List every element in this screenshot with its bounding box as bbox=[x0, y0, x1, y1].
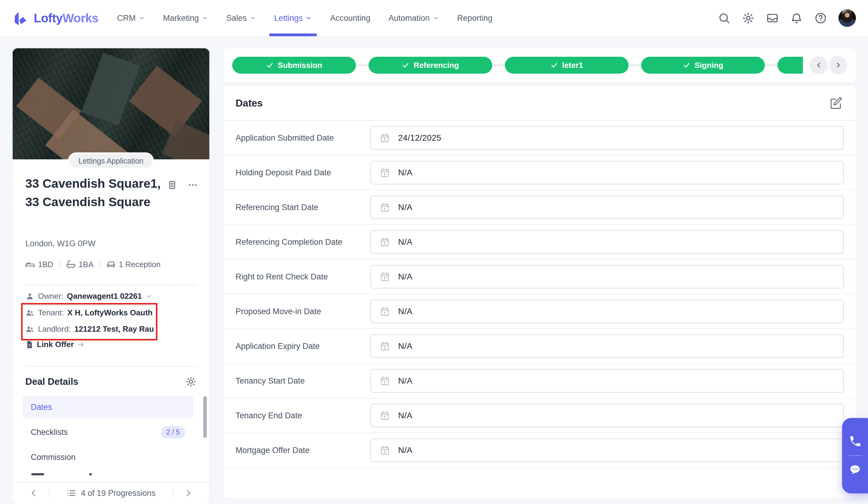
settings-gear-icon[interactable] bbox=[742, 12, 755, 24]
check-icon bbox=[402, 61, 410, 69]
date-row: Referencing Completion Date N/A bbox=[224, 225, 856, 260]
mortgage-offer-date-input[interactable]: N/A bbox=[370, 439, 844, 462]
progression-steps-card: Submission Referencing leter1 Signing bbox=[224, 48, 856, 82]
nav-item-automation[interactable]: Automation bbox=[389, 0, 439, 36]
property-address: London, W1G 0PW bbox=[25, 239, 96, 248]
step-referencing[interactable]: Referencing bbox=[369, 57, 492, 74]
deal-details-title: Deal Details bbox=[25, 376, 79, 387]
brand-name: LoftyWorks bbox=[34, 11, 98, 25]
date-row: Tenancy Start Date N/A bbox=[224, 364, 856, 399]
sidebar-item-commission[interactable]: Commission bbox=[22, 446, 194, 468]
chevron-down-icon bbox=[433, 15, 439, 21]
list-icon bbox=[66, 488, 76, 498]
link-offer-button[interactable]: Link Offer bbox=[25, 340, 85, 349]
search-icon[interactable] bbox=[718, 12, 731, 24]
dates-panel-header: Dates bbox=[224, 86, 856, 121]
chevron-down-icon[interactable] bbox=[145, 293, 153, 300]
sidebar-scrollbar[interactable] bbox=[203, 396, 207, 438]
contact-floating-widget bbox=[842, 418, 868, 493]
nav-item-crm[interactable]: CRM bbox=[117, 0, 145, 36]
calendar-icon bbox=[380, 410, 390, 421]
user-avatar[interactable] bbox=[838, 9, 856, 27]
calendar-icon bbox=[380, 167, 390, 178]
date-row: Mortgage Offer Date N/A bbox=[224, 433, 856, 468]
step-submission[interactable]: Submission bbox=[232, 57, 356, 74]
edit-dates-button[interactable] bbox=[829, 96, 843, 110]
sidebar-item-checklists[interactable]: Checklists 2 / 5 bbox=[22, 421, 194, 443]
calendar-icon bbox=[380, 132, 390, 143]
date-row: Holding Deposit Paid Date N/A bbox=[224, 155, 856, 190]
holding-deposit-paid-date-input[interactable]: N/A bbox=[370, 161, 844, 184]
step-leter1[interactable]: leter1 bbox=[505, 57, 629, 74]
users-icon bbox=[25, 309, 34, 317]
loftyworks-logo[interactable]: LoftyWorks bbox=[12, 9, 98, 27]
step-partial-next[interactable] bbox=[777, 57, 803, 74]
user-icon bbox=[25, 292, 34, 301]
date-row: Referencing Start Date N/A bbox=[224, 190, 856, 225]
chat-icon[interactable] bbox=[848, 463, 862, 476]
landlord-row[interactable]: Landlord: 121212 Test, Ray Rau bbox=[25, 324, 154, 334]
section-divider bbox=[25, 366, 197, 367]
calendar-icon bbox=[380, 236, 390, 248]
sidebar-item-clipped bbox=[22, 471, 194, 476]
date-row: Application Expiry Date N/A bbox=[224, 329, 856, 364]
check-icon bbox=[550, 61, 558, 69]
checklists-progress-badge: 2 / 5 bbox=[161, 426, 185, 439]
referencing-completion-date-input[interactable]: N/A bbox=[370, 230, 844, 254]
prev-progression-button[interactable] bbox=[28, 488, 39, 498]
arrow-right-icon bbox=[77, 341, 85, 349]
bed-icon bbox=[25, 260, 35, 269]
deal-settings-gear-icon[interactable] bbox=[185, 376, 197, 387]
top-nav: LoftyWorks CRM Marketing Sales Lettings … bbox=[0, 0, 868, 37]
right-to-rent-check-date-input[interactable]: N/A bbox=[370, 265, 844, 289]
nav-item-accounting[interactable]: Accounting bbox=[330, 0, 370, 36]
check-icon bbox=[266, 61, 274, 69]
referencing-start-date-input[interactable]: N/A bbox=[370, 195, 844, 219]
nav-icon-group bbox=[718, 9, 856, 27]
file-icon bbox=[25, 341, 34, 349]
next-progression-button[interactable] bbox=[183, 488, 194, 498]
proposed-move-in-date-input[interactable]: N/A bbox=[370, 300, 844, 323]
owner-row[interactable]: Owner: Qanewagent1 02261 bbox=[25, 292, 153, 301]
help-icon[interactable] bbox=[814, 12, 827, 24]
date-row: Tenancy End Date N/A bbox=[224, 399, 856, 433]
calendar-icon bbox=[380, 375, 390, 386]
chevron-left-icon bbox=[815, 61, 823, 69]
calendar-icon bbox=[380, 202, 390, 213]
nav-item-sales[interactable]: Sales bbox=[226, 0, 256, 36]
progressions-pager: 4 of 19 Progressions bbox=[13, 482, 209, 504]
chevron-down-icon bbox=[202, 15, 208, 21]
nav-item-lettings[interactable]: Lettings bbox=[274, 0, 312, 36]
steps-scroll-left-button[interactable] bbox=[810, 56, 828, 74]
loftyworks-logo-icon bbox=[12, 9, 30, 27]
property-stats: 1BD 1BA 1 Reception bbox=[25, 260, 161, 269]
tenant-row[interactable]: Tenant: X H, LoftyWorks Oauth bbox=[25, 308, 153, 317]
more-options-icon[interactable] bbox=[188, 180, 198, 190]
step-signing[interactable]: Signing bbox=[641, 57, 765, 74]
application-submitted-date-input[interactable]: 24/12/2025 bbox=[370, 126, 844, 150]
date-row: Proposed Move-in Date N/A bbox=[224, 294, 856, 329]
pagination-text: 4 of 19 Progressions bbox=[81, 488, 156, 498]
chevron-down-icon bbox=[305, 15, 312, 21]
calendar-icon bbox=[380, 306, 390, 317]
nav-item-reporting[interactable]: Reporting bbox=[457, 0, 493, 36]
sofa-icon bbox=[106, 260, 116, 269]
property-title: 33 Cavendish Square1, 33 Cavendish Squar… bbox=[25, 174, 168, 211]
notes-document-icon[interactable] bbox=[167, 180, 177, 190]
active-tab-underline bbox=[269, 33, 317, 36]
application-type-badge: Lettings Application bbox=[68, 152, 154, 169]
phone-call-icon[interactable] bbox=[848, 435, 862, 448]
calendar-icon bbox=[380, 445, 390, 456]
deal-details-header: Deal Details bbox=[25, 376, 197, 387]
sidebar-item-dates[interactable]: Dates bbox=[22, 396, 194, 418]
calendar-icon bbox=[380, 341, 390, 352]
application-expiry-date-input[interactable]: N/A bbox=[370, 334, 844, 358]
inbox-icon[interactable] bbox=[766, 12, 779, 24]
date-row: Right to Rent Check Date N/A bbox=[224, 260, 856, 294]
tenancy-end-date-input[interactable]: N/A bbox=[370, 404, 844, 427]
chevron-right-icon bbox=[834, 61, 843, 69]
notifications-bell-icon[interactable] bbox=[790, 12, 803, 24]
nav-item-marketing[interactable]: Marketing bbox=[163, 0, 208, 36]
tenancy-start-date-input[interactable]: N/A bbox=[370, 369, 844, 393]
steps-scroll-right-button[interactable] bbox=[829, 56, 847, 74]
